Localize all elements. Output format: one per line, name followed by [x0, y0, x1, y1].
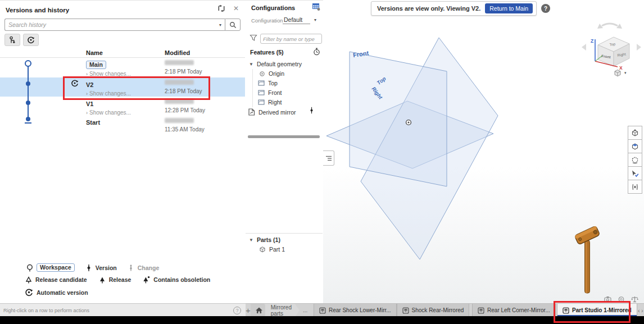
part-icon — [259, 246, 266, 253]
feature-list-flyout-toggle[interactable] — [323, 150, 334, 166]
search-dropdown-caret[interactable]: ▾ — [216, 22, 225, 28]
redacted-author — [165, 118, 194, 123]
history-row-start[interactable]: Start — [86, 117, 100, 127]
onshape-app: Versions and history ✕ ▾ — [0, 0, 644, 324]
parts-divider — [246, 233, 323, 234]
new-tab-button[interactable]: + — [246, 304, 251, 317]
rotate-right-icon — [637, 44, 641, 51]
cube-icon — [613, 69, 622, 77]
search-input[interactable] — [5, 21, 216, 28]
version-node-icon — [26, 101, 30, 105]
column-header-modified: Modified — [165, 49, 190, 56]
view-cube[interactable]: Top Front Right Z X — [575, 18, 644, 74]
close-icon[interactable]: ✕ — [233, 4, 239, 12]
legend-row-3: Automatic version — [25, 288, 88, 296]
feature-right-plane[interactable]: Right — [258, 99, 282, 106]
search-icon — [229, 21, 237, 29]
configurations-table-icon[interactable] — [312, 3, 320, 11]
history-row-v2[interactable]: V2 ›Show changes... — [86, 79, 131, 97]
legend-contains-obsoletion: Contains obsoletion — [153, 276, 210, 283]
filter-funnel-icon[interactable] — [250, 34, 257, 42]
return-to-main-button[interactable]: Return to Main — [485, 3, 533, 13]
show-changes-link[interactable]: ›Show changes... — [86, 71, 131, 77]
version-node-icon — [26, 117, 30, 121]
part-studio-icon — [319, 307, 326, 314]
orbit-icon[interactable] — [618, 296, 625, 303]
contains-obsoletion-icon — [142, 276, 151, 284]
plane-icon — [258, 99, 265, 106]
measure-scale-icon[interactable] — [631, 296, 638, 303]
release-icon — [98, 276, 106, 284]
rotate-arrows-icon — [597, 24, 622, 29]
default-geometry-group[interactable]: ▼ Default geometry — [249, 61, 302, 67]
release-candidate-icon — [25, 276, 33, 284]
chevron-down-icon[interactable]: ▼ — [249, 238, 253, 243]
feature-derived-mirror[interactable]: Derived mirror — [248, 108, 296, 116]
help-icon[interactable]: ? — [541, 4, 550, 13]
tab-overflow[interactable]: ... — [300, 304, 311, 317]
default-views-button[interactable] — [628, 126, 642, 140]
viewport-mini-toolbar — [604, 296, 638, 303]
search-history: ▾ — [4, 19, 241, 31]
automatic-versions-toggle[interactable] — [23, 34, 39, 46]
redacted-author — [165, 60, 194, 65]
change-icon — [127, 264, 135, 272]
legend-release-candidate: Release candidate — [35, 276, 87, 283]
modified-time: 11:35 AM Today — [165, 126, 205, 133]
legend-change: Change — [138, 264, 160, 271]
tab-part-studio-1-mirrored[interactable]: Part Studio 1-Mirrored — [557, 304, 637, 317]
document-name: Mirrored parts — [271, 304, 292, 317]
derived-version-icon — [309, 107, 315, 114]
redacted-author — [165, 99, 194, 104]
workspace-name-pill[interactable]: Main — [86, 61, 106, 69]
feature-origin[interactable]: Origin — [259, 70, 284, 77]
rollback-bar[interactable] — [248, 135, 320, 138]
automatic-version-icon — [27, 36, 35, 44]
compare-icon[interactable] — [217, 4, 225, 12]
part-hammer[interactable] — [565, 222, 615, 298]
legend-automatic-version: Automatic version — [37, 289, 88, 296]
isolate-button[interactable] — [628, 180, 642, 194]
document-name-tab[interactable]: Mirrored parts — [265, 304, 300, 317]
feature-list-panel: Configurations Configuration Default ▾ F… — [246, 0, 324, 304]
tree-list-icon — [325, 155, 332, 162]
configuration-dropdown[interactable]: Default — [283, 16, 310, 24]
part-list-item[interactable]: Part 1 — [259, 246, 285, 253]
parts-group[interactable]: ▼ Parts (1) — [249, 236, 280, 243]
history-row-v1[interactable]: V1 ›Show changes... — [86, 98, 131, 116]
feature-top-plane[interactable]: Top — [258, 80, 278, 86]
section-view-button[interactable] — [628, 139, 642, 153]
automatic-version-icon — [71, 79, 79, 87]
workspace-icon — [26, 264, 34, 272]
feature-filter-input[interactable] — [260, 34, 322, 44]
modified-time: 12:28 PM Today — [165, 107, 205, 113]
chevron-down-icon[interactable]: ▼ — [249, 62, 253, 67]
viewport[interactable]: Front Top Right Top Front Right Z — [323, 0, 644, 303]
show-changes-link[interactable]: ›Show changes... — [86, 109, 131, 116]
workspace-node-icon — [25, 61, 31, 66]
tab-rear-left-corner[interactable]: Rear Left Corner-Mirror... — [472, 304, 556, 317]
chevron-down-icon[interactable]: ▾ — [314, 17, 316, 22]
modified-time: 2:18 PM Today — [165, 88, 202, 94]
show-changes-link[interactable]: ›Show changes... — [86, 90, 131, 97]
show-branches-toggle[interactable] — [4, 34, 20, 46]
help-icon[interactable]: ? — [233, 307, 241, 314]
selection-filter-button[interactable] — [628, 166, 642, 180]
view-toolbar — [628, 126, 642, 194]
hidden-edges-button[interactable] — [628, 153, 642, 167]
history-clock-icon[interactable] — [313, 48, 320, 56]
part-studio-icon — [402, 307, 409, 314]
search-button[interactable] — [225, 19, 241, 31]
feature-front-plane[interactable]: Front — [258, 89, 282, 96]
snapshot-icon[interactable] — [604, 296, 611, 303]
view-options-dropdown[interactable]: ▾ — [613, 69, 627, 77]
tab-shock-rear[interactable]: Shock Rear-Mirrored — [397, 304, 470, 317]
home-icon — [255, 307, 263, 314]
tab-rear-shock-lower[interactable]: Rear Shock Lower-Mirr... — [314, 304, 397, 317]
tab-scroll-right[interactable]: › — [641, 304, 644, 317]
plane-icon — [258, 80, 265, 86]
origin-marker — [406, 120, 411, 125]
history-row-main[interactable]: Main ›Show changes... — [86, 59, 131, 77]
version-icon — [85, 264, 93, 272]
part-studio-icon — [563, 307, 569, 314]
